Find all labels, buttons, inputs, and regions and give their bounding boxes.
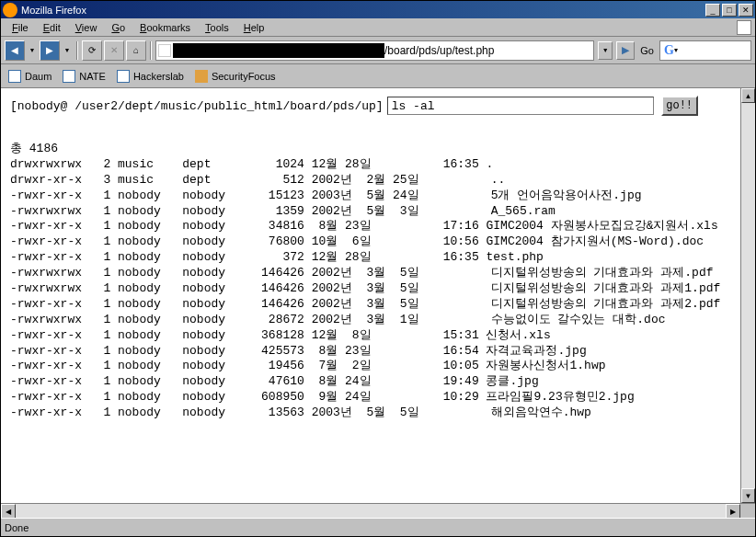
maximize-button[interactable]: □ <box>722 4 737 17</box>
bookmark-toolbar: Daum NATE Hackerslab SecurityFocus <box>1 64 755 88</box>
home-button[interactable]: ⌂ <box>126 40 146 61</box>
bookmark-daum[interactable]: Daum <box>8 70 52 83</box>
search-box[interactable]: G▾ <box>659 40 751 61</box>
back-button[interactable]: ◀ <box>5 40 25 61</box>
menu-file[interactable]: File <box>5 20 36 35</box>
window-title: Mozilla Firefox <box>21 5 705 16</box>
back-dropdown[interactable]: ▼ <box>27 40 38 61</box>
horizontal-scrollbar[interactable]: ◀ ▶ <box>1 503 755 518</box>
throbber-icon <box>737 20 751 35</box>
file-listing: 총 4186 drwxrwxrwx 2 music dept 1024 12월 … <box>10 142 731 421</box>
bookmark-nate[interactable]: NATE <box>63 70 106 83</box>
site-icon <box>158 44 171 57</box>
navigation-toolbar: ◀ ▼ ▶ ▼ ⟳ ✕ ⌂ /board/pds/up/test.php ▼ ▶… <box>1 37 755 64</box>
shell-prompt: [nobody@ /user2/dept/music/public_html/b… <box>10 99 384 113</box>
go-button[interactable]: ▶ <box>616 41 635 60</box>
forward-dropdown[interactable]: ▼ <box>62 40 73 61</box>
bookmark-securityfocus[interactable]: SecurityFocus <box>195 70 276 83</box>
reload-button[interactable]: ⟳ <box>82 40 102 61</box>
vertical-scrollbar[interactable]: ▲ ▼ <box>740 88 755 503</box>
firefox-icon <box>3 3 17 17</box>
forward-button[interactable]: ▶ <box>40 40 60 61</box>
menubar: File Edit View Go Bookmarks Tools Help <box>1 18 755 37</box>
scroll-down-button[interactable]: ▼ <box>741 488 755 503</box>
page-icon <box>63 70 75 83</box>
menu-bookmarks[interactable]: Bookmarks <box>132 20 198 35</box>
google-icon: G <box>664 43 674 58</box>
scroll-right-button[interactable]: ▶ <box>726 504 740 519</box>
menu-edit[interactable]: Edit <box>36 20 68 35</box>
statusbar: Done <box>1 518 755 536</box>
stop-button[interactable]: ✕ <box>104 40 124 61</box>
scroll-left-button[interactable]: ◀ <box>1 504 16 519</box>
minimize-button[interactable]: _ <box>705 4 720 17</box>
url-hidden-part <box>173 43 384 58</box>
page-icon <box>195 70 208 83</box>
menu-tools[interactable]: Tools <box>198 20 236 35</box>
bookmark-hackerslab[interactable]: Hackerslab <box>117 70 184 83</box>
execute-button[interactable]: go!! <box>661 96 698 116</box>
scroll-track[interactable] <box>741 103 755 488</box>
scroll-up-button[interactable]: ▲ <box>741 88 755 103</box>
page-icon <box>117 70 130 83</box>
page-content: [nobody@ /user2/dept/music/public_html/b… <box>1 88 740 503</box>
url-bar[interactable]: /board/pds/up/test.php <box>155 40 594 61</box>
menu-go[interactable]: Go <box>104 20 132 35</box>
status-text: Done <box>5 522 29 533</box>
go-label: Go <box>640 45 654 56</box>
page-icon <box>8 70 21 83</box>
url-visible: /board/pds/up/test.php <box>384 44 494 57</box>
url-dropdown[interactable]: ▼ <box>598 41 613 60</box>
menu-help[interactable]: Help <box>236 20 272 35</box>
command-input[interactable] <box>387 97 654 115</box>
titlebar: Mozilla Firefox _ □ ✕ <box>1 1 755 18</box>
scroll-corner <box>740 504 755 519</box>
close-button[interactable]: ✕ <box>739 4 753 17</box>
menu-view[interactable]: View <box>68 20 105 35</box>
scroll-track-h[interactable] <box>16 504 726 518</box>
